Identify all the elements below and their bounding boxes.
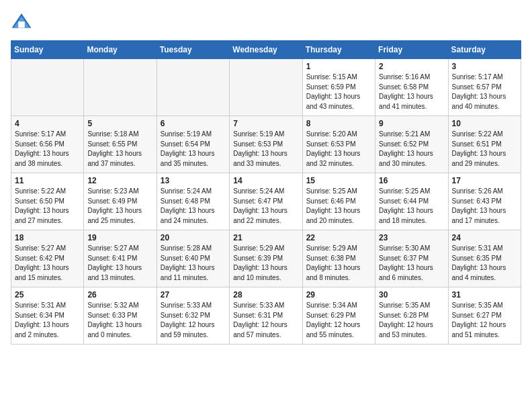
day-number: 5 [87,119,152,128]
day-number: 18 [15,233,80,242]
day-number: 14 [233,176,298,185]
week-row-1: 1Sunrise: 5:15 AMSunset: 6:59 PMDaylight… [11,59,521,116]
day-info: Sunrise: 5:35 AMSunset: 6:28 PMDaylight:… [379,301,444,340]
day-cell: 23Sunrise: 5:30 AMSunset: 6:37 PMDayligh… [375,230,448,287]
day-info: Sunrise: 5:22 AMSunset: 6:50 PMDaylight:… [15,187,80,226]
day-cell [84,59,157,116]
day-header-friday: Friday [375,41,448,59]
day-cell: 29Sunrise: 5:34 AMSunset: 6:29 PMDayligh… [302,287,375,345]
day-number: 10 [452,119,517,128]
day-number: 12 [87,176,152,185]
day-info: Sunrise: 5:34 AMSunset: 6:29 PMDaylight:… [306,301,371,340]
day-number: 1 [306,62,371,71]
day-info: Sunrise: 5:26 AMSunset: 6:43 PMDaylight:… [452,187,517,226]
day-number: 23 [379,233,444,242]
day-info: Sunrise: 5:28 AMSunset: 6:40 PMDaylight:… [161,244,226,283]
day-info: Sunrise: 5:33 AMSunset: 6:32 PMDaylight:… [161,301,226,340]
day-cell: 19Sunrise: 5:27 AMSunset: 6:41 PMDayligh… [84,230,157,287]
day-header-sunday: Sunday [11,41,84,59]
day-number: 22 [306,233,371,242]
day-cell: 2Sunrise: 5:16 AMSunset: 6:58 PMDaylight… [375,59,448,116]
week-row-4: 18Sunrise: 5:27 AMSunset: 6:42 PMDayligh… [11,230,521,287]
day-info: Sunrise: 5:29 AMSunset: 6:39 PMDaylight:… [233,244,298,283]
day-info: Sunrise: 5:30 AMSunset: 6:37 PMDaylight:… [379,244,444,283]
day-info: Sunrise: 5:17 AMSunset: 6:57 PMDaylight:… [452,73,517,111]
day-info: Sunrise: 5:32 AMSunset: 6:33 PMDaylight:… [87,301,152,340]
week-row-5: 25Sunrise: 5:31 AMSunset: 6:34 PMDayligh… [11,287,521,345]
logo-icon [11,11,32,32]
day-cell [11,59,84,116]
day-cell [157,59,229,116]
day-number: 2 [379,62,444,71]
day-cell: 15Sunrise: 5:25 AMSunset: 6:46 PMDayligh… [302,173,375,230]
day-number: 9 [379,119,444,128]
day-number: 26 [87,290,152,300]
day-info: Sunrise: 5:25 AMSunset: 6:46 PMDaylight:… [306,187,371,226]
day-cell: 21Sunrise: 5:29 AMSunset: 6:39 PMDayligh… [230,230,302,287]
day-number: 11 [15,176,80,185]
day-cell: 13Sunrise: 5:24 AMSunset: 6:48 PMDayligh… [157,173,229,230]
day-info: Sunrise: 5:19 AMSunset: 6:53 PMDaylight:… [233,130,298,169]
day-number: 24 [452,233,517,242]
day-header-thursday: Thursday [302,41,375,59]
day-header-saturday: Saturday [448,41,521,59]
day-number: 3 [452,62,517,71]
day-number: 8 [306,119,371,128]
header-row: SundayMondayTuesdayWednesdayThursdayFrid… [11,41,521,59]
day-info: Sunrise: 5:18 AMSunset: 6:55 PMDaylight:… [87,130,152,169]
day-number: 27 [161,290,226,300]
day-info: Sunrise: 5:15 AMSunset: 6:59 PMDaylight:… [306,73,371,111]
day-number: 30 [379,290,444,300]
day-number: 7 [233,119,298,128]
day-info: Sunrise: 5:29 AMSunset: 6:38 PMDaylight:… [306,244,371,283]
day-cell: 20Sunrise: 5:28 AMSunset: 6:40 PMDayligh… [157,230,229,287]
day-info: Sunrise: 5:27 AMSunset: 6:42 PMDaylight:… [15,244,80,283]
day-number: 28 [233,290,298,300]
day-number: 25 [15,290,80,300]
day-cell: 7Sunrise: 5:19 AMSunset: 6:53 PMDaylight… [230,116,302,173]
day-number: 20 [161,233,226,242]
day-info: Sunrise: 5:22 AMSunset: 6:51 PMDaylight:… [452,130,517,169]
day-cell: 30Sunrise: 5:35 AMSunset: 6:28 PMDayligh… [375,287,448,345]
day-info: Sunrise: 5:16 AMSunset: 6:58 PMDaylight:… [379,73,444,111]
day-cell: 10Sunrise: 5:22 AMSunset: 6:51 PMDayligh… [448,116,521,173]
day-info: Sunrise: 5:25 AMSunset: 6:44 PMDaylight:… [379,187,444,226]
day-number: 21 [233,233,298,242]
day-cell: 8Sunrise: 5:20 AMSunset: 6:53 PMDaylight… [302,116,375,173]
day-cell: 25Sunrise: 5:31 AMSunset: 6:34 PMDayligh… [11,287,84,345]
svg-rect-2 [18,21,25,28]
day-number: 19 [87,233,152,242]
day-cell: 5Sunrise: 5:18 AMSunset: 6:55 PMDaylight… [84,116,157,173]
day-cell: 16Sunrise: 5:25 AMSunset: 6:44 PMDayligh… [375,173,448,230]
day-cell: 22Sunrise: 5:29 AMSunset: 6:38 PMDayligh… [302,230,375,287]
day-info: Sunrise: 5:35 AMSunset: 6:27 PMDaylight:… [452,301,517,340]
day-number: 31 [452,290,517,300]
day-cell: 1Sunrise: 5:15 AMSunset: 6:59 PMDaylight… [302,59,375,116]
day-info: Sunrise: 5:33 AMSunset: 6:31 PMDaylight:… [233,301,298,340]
day-number: 13 [161,176,226,185]
day-info: Sunrise: 5:27 AMSunset: 6:41 PMDaylight:… [87,244,152,283]
day-info: Sunrise: 5:24 AMSunset: 6:48 PMDaylight:… [161,187,226,226]
day-cell: 27Sunrise: 5:33 AMSunset: 6:32 PMDayligh… [157,287,229,345]
logo [11,11,35,32]
day-cell: 31Sunrise: 5:35 AMSunset: 6:27 PMDayligh… [448,287,521,345]
week-row-3: 11Sunrise: 5:22 AMSunset: 6:50 PMDayligh… [11,173,521,230]
day-number: 17 [452,176,517,185]
day-number: 15 [306,176,371,185]
day-cell [230,59,302,116]
day-cell: 17Sunrise: 5:26 AMSunset: 6:43 PMDayligh… [448,173,521,230]
day-info: Sunrise: 5:20 AMSunset: 6:53 PMDaylight:… [306,130,371,169]
day-info: Sunrise: 5:24 AMSunset: 6:47 PMDaylight:… [233,187,298,226]
day-cell: 14Sunrise: 5:24 AMSunset: 6:47 PMDayligh… [230,173,302,230]
day-number: 29 [306,290,371,300]
day-number: 6 [161,119,226,128]
day-cell: 3Sunrise: 5:17 AMSunset: 6:57 PMDaylight… [448,59,521,116]
calendar-table: SundayMondayTuesdayWednesdayThursdayFrid… [11,40,521,345]
day-cell: 12Sunrise: 5:23 AMSunset: 6:49 PMDayligh… [84,173,157,230]
day-cell: 24Sunrise: 5:31 AMSunset: 6:35 PMDayligh… [448,230,521,287]
day-cell: 11Sunrise: 5:22 AMSunset: 6:50 PMDayligh… [11,173,84,230]
day-cell: 28Sunrise: 5:33 AMSunset: 6:31 PMDayligh… [230,287,302,345]
day-info: Sunrise: 5:17 AMSunset: 6:56 PMDaylight:… [15,130,80,169]
week-row-2: 4Sunrise: 5:17 AMSunset: 6:56 PMDaylight… [11,116,521,173]
page-header [11,11,521,32]
